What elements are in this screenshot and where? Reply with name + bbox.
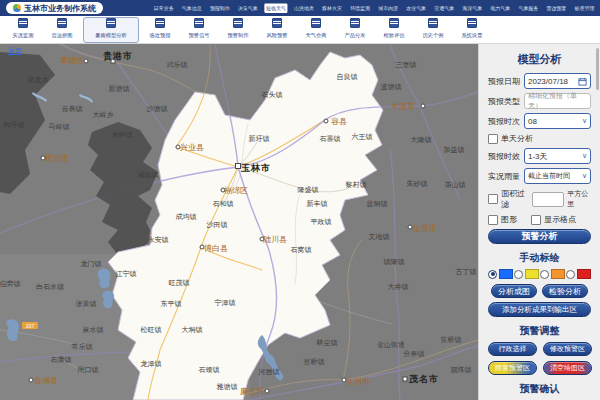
- document-icon: [428, 18, 438, 28]
- top-nav-item[interactable]: 决策气象: [236, 3, 259, 12]
- draw-color-radio[interactable]: [566, 269, 591, 279]
- area-filter-input[interactable]: [532, 192, 564, 207]
- app-title: 玉林市业务制作系统: [24, 3, 96, 14]
- town-label: 大隆镇: [411, 135, 432, 145]
- rain-obs-label: 实况雨量: [488, 171, 524, 182]
- manual-draw-button[interactable]: 检验分析: [542, 284, 588, 298]
- county-label: 合浦县: [34, 375, 58, 386]
- forecast-type-input: 精细化预报（单天）: [524, 93, 591, 109]
- warn-adjust-button[interactable]: 雨量预警区: [488, 361, 537, 375]
- forecast-hour-select[interactable]: 08 ∨: [524, 113, 591, 129]
- town-label: 云表镇: [62, 104, 83, 114]
- map-area[interactable]: 武乐镇镇龙乡新塘镇云表镇大岭乡沙塘镇陶圩镇马岭镇木梓镇城隍镇石头镇新圩镇自良镇波…: [0, 44, 478, 400]
- top-nav-item[interactable]: 交通气象: [433, 3, 456, 12]
- calendar-icon[interactable]: [578, 77, 587, 86]
- draw-color-radio[interactable]: [540, 269, 565, 279]
- tab-item[interactable]: 检验评估: [376, 18, 412, 42]
- top-nav-item[interactable]: 短临天气: [264, 3, 287, 12]
- town-label: 陶圩镇: [4, 120, 25, 130]
- town-label: 林尘镇: [317, 338, 338, 348]
- county-label: 廉江市: [240, 386, 264, 397]
- color-swatch: [551, 269, 565, 279]
- forecast-type-value: 精细化预报（单天）: [528, 91, 587, 111]
- document-icon: [389, 18, 399, 28]
- forecast-date-label: 预报日期: [488, 76, 524, 87]
- chevron-down-icon: ∨: [582, 152, 587, 160]
- graphic-label: 图形: [501, 214, 517, 225]
- town-label: 雅塘镇: [217, 382, 238, 392]
- warn-adjust-button[interactable]: 清空绘图区: [543, 361, 592, 375]
- draw-color-radio[interactable]: [488, 269, 513, 279]
- tab-item[interactable]: 临近预报: [142, 18, 178, 42]
- tab-label: 雷达拼图: [52, 31, 73, 39]
- tab-item[interactable]: 历史个例: [415, 18, 451, 42]
- draw-color-radio[interactable]: [514, 269, 539, 279]
- map-labels: 武乐镇镇龙乡新塘镇云表镇大岭乡沙塘镇陶圩镇马岭镇木梓镇城隍镇石头镇新圩镇自良镇波…: [0, 44, 478, 400]
- sidebar-scrollbar[interactable]: [596, 48, 599, 90]
- forecast-range-select[interactable]: 1-3天 ∨: [524, 148, 591, 164]
- warning-analyze-button[interactable]: 预警分析: [488, 229, 591, 244]
- town-label: 观珠镇: [451, 365, 472, 375]
- tab-label: 历史个例: [423, 31, 444, 39]
- app-header: 玉林市业务制作系统 日常业务气象信息预报制作决策气象短临天气山洪地质森林火灾环境…: [0, 0, 600, 16]
- top-nav-item[interactable]: 雷达预警: [545, 3, 568, 12]
- tab-item[interactable]: 产品分发: [337, 18, 373, 42]
- tab-item[interactable]: 实况监测: [5, 18, 41, 42]
- county-label: 陆川县: [263, 234, 287, 245]
- town-label: 龙潭镇: [141, 359, 162, 369]
- area-filter-checkbox[interactable]: [488, 194, 498, 204]
- top-nav-item[interactable]: 气象信息: [180, 3, 203, 12]
- top-nav-item[interactable]: 环境监测: [349, 3, 372, 12]
- show-grid-label: 显示格点: [544, 214, 576, 225]
- tab-item[interactable]: 天气会商: [298, 18, 334, 42]
- tab-label: 系统设置: [462, 31, 483, 39]
- top-nav-item[interactable]: 预报制作: [208, 3, 231, 12]
- rain-obs-select[interactable]: 截止当前时间 ∨: [524, 168, 591, 184]
- top-nav-item[interactable]: 农业气象: [405, 3, 428, 12]
- town-label: 伯劳镇: [0, 279, 21, 289]
- app-logo: 玉林市业务制作系统: [6, 2, 103, 14]
- town-label: 平政镇: [311, 217, 332, 227]
- top-nav-item[interactable]: 日常业务: [152, 3, 175, 12]
- tab-label: 暴雨模型分析: [95, 31, 126, 39]
- back-link[interactable]: 返回: [8, 46, 22, 56]
- town-label: 新塘镇: [109, 84, 130, 94]
- town-label: 龙门镇: [81, 259, 102, 269]
- tab-item[interactable]: 暴雨模型分析: [83, 17, 139, 43]
- warn-adjust-button[interactable]: 行政选择: [488, 342, 537, 356]
- area-filter-label: 面积过滤: [501, 188, 528, 210]
- tab-item[interactable]: 预警信号: [181, 18, 217, 42]
- top-nav-item[interactable]: 气象服务: [517, 3, 540, 12]
- tab-item[interactable]: 雷达拼图: [44, 18, 80, 42]
- warn-adjust-buttons: 行政选择修改预警区雨量预警区清空绘图区: [488, 342, 591, 375]
- top-nav-item[interactable]: 森林火灾: [320, 3, 343, 12]
- town-label: 分界镇: [404, 349, 425, 359]
- town-label: 石康镇: [51, 355, 72, 365]
- tab-item[interactable]: 预警制作: [220, 18, 256, 42]
- forecast-date-input[interactable]: 2023/07/18: [524, 73, 591, 89]
- top-nav-item[interactable]: 城市内涝: [377, 3, 400, 12]
- town-label: 石寨镇: [320, 134, 341, 144]
- tab-item[interactable]: 系统设置: [454, 18, 490, 42]
- warn-adjust-button[interactable]: 修改预警区: [543, 342, 592, 356]
- top-nav-item[interactable]: 标准管理: [573, 3, 596, 12]
- single-day-checkbox[interactable]: [488, 134, 498, 144]
- town-label: 石窝镇: [291, 245, 312, 255]
- add-analysis-output-button[interactable]: 添加分析成果到输出区: [488, 302, 591, 317]
- town-label: 镇隆镇: [384, 257, 405, 267]
- county-label: 横州市: [45, 153, 69, 164]
- road-number-badge: 207: [22, 322, 38, 329]
- tab-label: 产品分发: [345, 31, 366, 39]
- manual-draw-button[interactable]: 分析成图: [491, 284, 537, 298]
- top-nav-item[interactable]: 山洪地质: [292, 3, 315, 12]
- graphic-checkbox[interactable]: [488, 215, 498, 225]
- tab-item[interactable]: 风险预警: [259, 18, 295, 42]
- document-icon: [467, 18, 477, 28]
- town-label: 大岭乡: [93, 110, 114, 120]
- top-nav-item[interactable]: 电力气象: [489, 3, 512, 12]
- town-label: 河唇镇: [259, 367, 280, 377]
- color-swatch: [577, 269, 591, 279]
- top-nav-item[interactable]: 海洋气象: [461, 3, 484, 12]
- town-label: 波塘镇: [381, 82, 402, 92]
- show-grid-checkbox[interactable]: [531, 215, 541, 225]
